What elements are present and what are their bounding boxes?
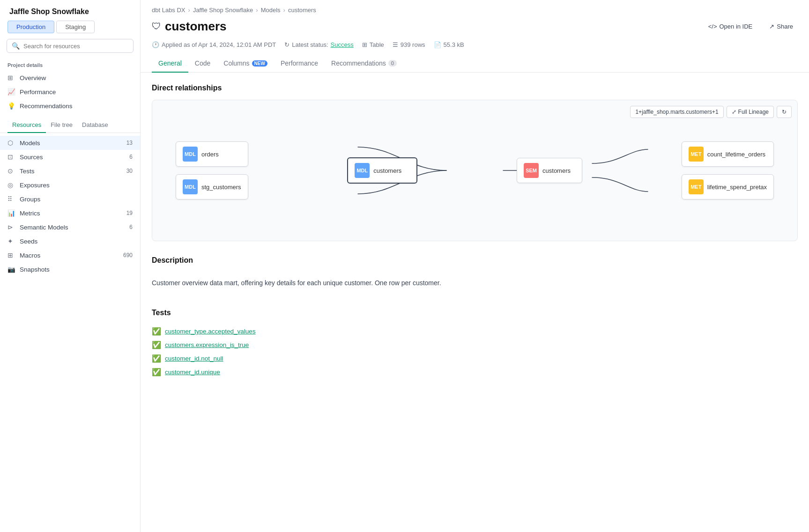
- test-link-4[interactable]: customer_id.unique: [165, 369, 220, 376]
- refresh-icon: ↻: [284, 41, 289, 48]
- tab-performance[interactable]: Performance: [274, 55, 325, 73]
- tests-icon: ⊙: [7, 167, 15, 175]
- resource-item-sources[interactable]: ⊡ Sources 6: [0, 150, 140, 164]
- sources-icon: ⊡: [7, 153, 15, 161]
- staging-button[interactable]: Staging: [56, 21, 95, 33]
- project-details-label: Project details: [0, 60, 140, 71]
- lightbulb-icon: 💡: [7, 102, 15, 110]
- resource-item-metrics[interactable]: 📊 Metrics 19: [0, 206, 140, 220]
- node-lifetime-spend-pretax[interactable]: MET lifetime_spend_pretax: [682, 174, 774, 200]
- share-icon: ↗: [769, 23, 774, 30]
- resource-item-models[interactable]: ⬡ Models 13: [0, 136, 140, 150]
- meta-rows: ☰ 939 rows: [393, 41, 425, 48]
- output-nodes: MET count_lifetime_orders MET lifetime_s…: [682, 141, 774, 200]
- resource-item-semantic-models[interactable]: ⊳ Semantic Models 6: [0, 220, 140, 234]
- breadcrumb-models[interactable]: Models: [261, 7, 281, 14]
- node-orders[interactable]: MDL orders: [176, 141, 248, 167]
- resource-item-seeds[interactable]: ✦ Seeds: [0, 234, 140, 248]
- file-icon: 📄: [434, 41, 441, 48]
- tabs-bar: General Code Columns NEW Performance Rec…: [141, 55, 809, 73]
- middle-node-col: SEM customers: [517, 158, 582, 183]
- macros-icon: ⊞: [7, 251, 15, 259]
- status-badge[interactable]: Success: [331, 41, 354, 48]
- exposures-icon: ◎: [7, 181, 15, 189]
- tab-columns[interactable]: Columns NEW: [217, 55, 274, 73]
- breadcrumb-current: customers: [288, 7, 316, 14]
- test-item-4: ✅ customer_id.unique: [152, 365, 798, 379]
- resource-list: ⬡ Models 13 ⊡ Sources 6 ⊙ Tests 30 ◎ Exp…: [0, 133, 140, 279]
- content-area: Direct relationships 1+jaffle_shop.marts…: [141, 73, 809, 405]
- columns-new-badge: NEW: [252, 60, 267, 66]
- shield-icon: 🛡: [152, 21, 161, 32]
- test-link-1[interactable]: customer_type.accepted_values: [165, 328, 256, 335]
- share-button[interactable]: ↗ Share: [764, 21, 798, 32]
- tab-database[interactable]: Database: [77, 118, 113, 133]
- metrics-icon: 📊: [7, 209, 15, 217]
- center-node-col: MDL customers: [347, 157, 417, 184]
- test-link-3[interactable]: customer_id.not_null: [165, 355, 223, 362]
- table-icon: ⊞: [362, 41, 367, 48]
- page-header: 🛡 customers </> Open in IDE ↗ Share: [141, 17, 809, 39]
- sidebar-item-recommendations[interactable]: 💡 Recommendations: [0, 99, 140, 113]
- breadcrumb-dbt-labs[interactable]: dbt Labs DX: [152, 7, 186, 14]
- node-stg-customers[interactable]: MDL stg_customers: [176, 174, 248, 200]
- lineage-container: 1+jaffle_shop.marts.customers+1 ⤢ Full L…: [152, 100, 798, 241]
- tab-general[interactable]: General: [152, 55, 188, 73]
- production-button[interactable]: Production: [7, 21, 54, 33]
- models-icon: ⬡: [7, 139, 15, 147]
- resource-item-groups[interactable]: ⠿ Groups: [0, 192, 140, 206]
- test-link-2[interactable]: customers.expression_is_true: [165, 341, 249, 348]
- env-switcher: Production Staging: [0, 21, 140, 39]
- resource-item-tests[interactable]: ⊙ Tests 30: [0, 164, 140, 178]
- meta-size: 📄 55.3 kB: [434, 41, 464, 48]
- sidebar-item-performance[interactable]: 📈 Performance: [0, 85, 140, 99]
- test-item-3: ✅ customer_id.not_null: [152, 352, 798, 365]
- lineage-graph: MDL orders MDL stg_customers MDL custome…: [162, 110, 788, 231]
- search-box[interactable]: 🔍: [7, 39, 134, 53]
- seeds-icon: ✦: [7, 237, 15, 245]
- count-lifetime-orders-icon: MET: [689, 147, 704, 162]
- breadcrumb-sep-3: ›: [283, 7, 285, 14]
- node-customers-center[interactable]: MDL customers: [347, 157, 417, 184]
- sidebar: Jaffle Shop Snowflake Production Staging…: [0, 0, 141, 532]
- lineage-section-title: Direct relationships: [152, 84, 798, 92]
- resource-item-snapshots[interactable]: 📷 Snapshots: [0, 262, 140, 276]
- test-pass-icon-3: ✅: [152, 354, 161, 363]
- breadcrumb-jaffle-shop[interactable]: Jaffle Shop Snowflake: [193, 7, 253, 14]
- search-icon: 🔍: [12, 42, 20, 50]
- header-actions: </> Open in IDE ↗ Share: [704, 21, 798, 32]
- tests-title: Tests: [152, 309, 798, 317]
- open-in-ide-button[interactable]: </> Open in IDE: [704, 21, 757, 32]
- customers-center-icon: MDL: [355, 163, 370, 178]
- groups-icon: ⠿: [7, 195, 15, 203]
- description-title: Description: [152, 256, 798, 265]
- test-item-2: ✅ customers.expression_is_true: [152, 338, 798, 352]
- code-icon: </>: [708, 23, 717, 30]
- resource-item-macros[interactable]: ⊞ Macros 690: [0, 248, 140, 262]
- tests-section: Tests ✅ customer_type.accepted_values ✅ …: [152, 309, 798, 379]
- meta-table: ⊞ Table: [362, 41, 384, 48]
- search-input[interactable]: [23, 43, 128, 50]
- tab-recommendations[interactable]: Recommendations 0: [325, 55, 403, 73]
- tab-filetree[interactable]: File tree: [46, 118, 77, 133]
- tab-code[interactable]: Code: [188, 55, 217, 73]
- test-pass-icon-2: ✅: [152, 340, 161, 349]
- node-customers-sem[interactable]: SEM customers: [517, 158, 582, 183]
- app-title: Jaffle Shop Snowflake: [0, 0, 140, 21]
- resource-item-exposures[interactable]: ◎ Exposures: [0, 178, 140, 192]
- breadcrumb: dbt Labs DX › Jaffle Shop Snowflake › Mo…: [141, 0, 809, 17]
- breadcrumb-sep-2: ›: [256, 7, 258, 14]
- meta-status: ↻ Latest status: Success: [284, 41, 353, 48]
- recommendations-badge: 0: [388, 60, 397, 66]
- grid-icon: ⊞: [7, 74, 15, 81]
- tab-resources[interactable]: Resources: [7, 118, 46, 133]
- node-count-lifetime-orders[interactable]: MET count_lifetime_orders: [682, 141, 774, 167]
- snapshots-icon: 📷: [7, 266, 15, 273]
- stg-customers-icon: MDL: [183, 179, 198, 194]
- description-section: Description Customer overview data mart,…: [152, 256, 798, 294]
- input-nodes: MDL orders MDL stg_customers: [176, 141, 248, 200]
- meta-bar: 🕐 Applied as of Apr 14, 2024, 12:01 AM P…: [141, 39, 809, 55]
- sidebar-item-overview[interactable]: ⊞ Overview: [0, 71, 140, 85]
- lifetime-spend-pretax-icon: MET: [689, 179, 704, 194]
- orders-icon: MDL: [183, 147, 198, 162]
